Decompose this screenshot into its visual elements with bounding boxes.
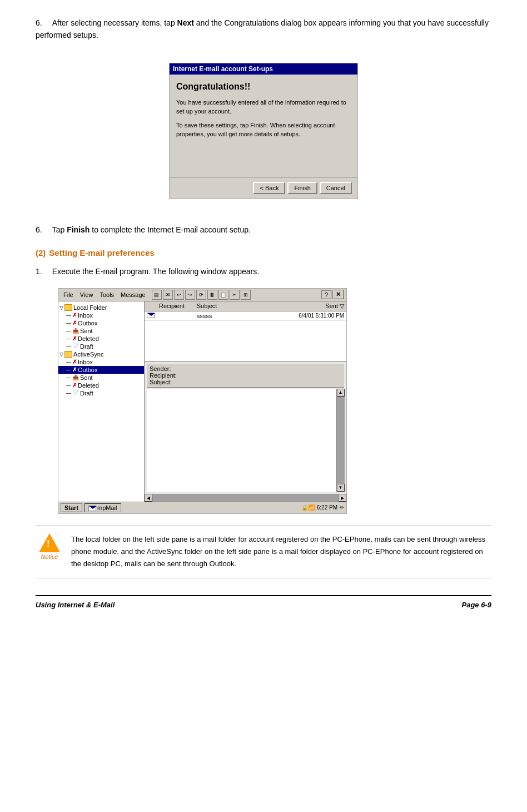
col-header-recipient: Recipient [159, 303, 197, 310]
folder-as-sent[interactable]: — 📤 Sent [58, 374, 144, 382]
step-6b: 6.Tap Finish to complete the Internet E-… [36, 224, 491, 236]
dialog-buttons: < Back Finish Cancel [170, 177, 357, 199]
email-client-screenshot: File View Tools Message ▤ ✉ ↩ ↪ ⟳ 🗑 📋 ✂ … [58, 288, 347, 514]
app-envelope-icon [88, 506, 96, 511]
finish-button[interactable]: Finish [287, 182, 317, 194]
scroll-track-h[interactable] [152, 494, 339, 502]
folder-activesync[interactable]: ▽ ActiveSync [58, 350, 144, 358]
folder-label-deleted: Deleted [78, 335, 99, 342]
menu-file[interactable]: File [61, 291, 76, 299]
toolbar-btn-5[interactable]: ⟳ [196, 290, 206, 300]
envelope-icon [147, 313, 155, 318]
menu-message[interactable]: Message [118, 291, 148, 299]
email-row-subject: sssss [197, 313, 272, 319]
app-label: mpMail [84, 503, 121, 512]
toolbar-btn-6[interactable]: 🗑 [207, 290, 217, 300]
toolbar-btn-2[interactable]: ✉ [163, 290, 173, 300]
preview-body [147, 389, 336, 492]
close-button[interactable]: ✕ [332, 290, 344, 299]
folder-outbox[interactable]: — ✗ Outbox [58, 319, 144, 327]
notice-label: Notice [36, 553, 63, 560]
toolbar-btn-4[interactable]: ↪ [185, 290, 195, 300]
scroll-up-btn[interactable]: ▲ [337, 389, 345, 397]
preview-sender-label: Sender: [150, 365, 186, 372]
cancel-button[interactable]: Cancel [320, 182, 352, 194]
scroll-down-btn[interactable]: ▼ [337, 484, 345, 492]
col-header-icon [147, 303, 159, 310]
dialog-body: Congratulations!! You have successfully … [170, 75, 357, 177]
congratulations-dialog: Internet E-mail account Set-ups Congratu… [169, 63, 358, 199]
folder-inbox[interactable]: — ✗ Inbox [58, 311, 144, 319]
email-row[interactable]: sssss 6/4/01 5:31:00 PM [145, 311, 346, 321]
email-sidebar: ▽ Local Folder — ✗ Inbox — ✗ Outbox [58, 301, 145, 502]
folder-label-outbox: Outbox [78, 320, 97, 326]
email-list-header: Recipient Subject Sent ▽ [145, 301, 346, 311]
preview-recipient-label: Recipient: [150, 372, 186, 379]
scroll-left-btn[interactable]: ◀ [145, 494, 152, 502]
step-6b-bold: Finish [67, 225, 90, 234]
folder-label-local: Local Folder [73, 304, 107, 311]
as-draft-icon: 📄 [72, 390, 79, 396]
folder-sent[interactable]: — 📤 Sent [58, 327, 144, 335]
start-button[interactable]: Start [61, 503, 82, 512]
dialog-para2: To save these settings, tap Finish. When… [176, 121, 351, 139]
toolbar-btn-7[interactable]: 📋 [218, 290, 228, 300]
preview-sender-row: Sender: [150, 365, 341, 372]
folder-local[interactable]: ▽ Local Folder [58, 304, 144, 311]
folder-label-draft: Draft [80, 343, 93, 350]
step-1: 1.Execute the E-mail program. The follow… [36, 265, 491, 278]
dialog-titlebar: Internet E-mail account Set-ups [170, 63, 357, 75]
warning-triangle-icon [39, 533, 60, 552]
folder-draft[interactable]: — 📄 Draft [58, 343, 144, 350]
toolbar-btn-9[interactable]: ⊞ [241, 290, 251, 300]
email-preview: Sender: Recipient: Subject: [145, 362, 346, 494]
deleted-icon: ✗ [72, 335, 77, 341]
folder-deleted[interactable]: — ✗ Deleted [58, 335, 144, 343]
toolbar-btn-1[interactable]: ▤ [152, 290, 162, 300]
folder-label-as-deleted: Deleted [78, 382, 99, 389]
statusbar-right: 🔒📶 6:22 PM ✏ [301, 504, 344, 511]
notice-box: Notice The local folder on the left side… [36, 525, 491, 578]
toolbar-btn-3[interactable]: ↩ [174, 290, 184, 300]
dialog-para1: You have successfully entered all of the… [176, 98, 351, 116]
as-deleted-icon: ✗ [72, 382, 77, 388]
help-button[interactable]: ? [321, 290, 331, 299]
folder-icon-local [64, 304, 72, 311]
folder-as-inbox[interactable]: — ✗ Inbox [58, 358, 144, 366]
email-row-icon [147, 313, 159, 319]
folder-as-draft[interactable]: — 📄 Draft [58, 389, 144, 397]
folder-as-deleted[interactable]: — ✗ Deleted [58, 382, 144, 389]
folder-label-sent: Sent [80, 328, 93, 334]
as-inbox-icon: ✗ [72, 359, 77, 365]
folder-label-as-outbox: Outbox [78, 367, 97, 373]
h-scrollbar[interactable]: ◀ ▶ [145, 494, 346, 502]
status-time: 6:22 PM [317, 504, 337, 511]
section-title: Setting E-mail preferences [49, 248, 154, 258]
step-6a-number: 6. [36, 18, 42, 27]
back-button[interactable]: < Back [253, 182, 285, 194]
folder-label-as-sent: Sent [80, 374, 93, 381]
status-edit-icon: ✏ [340, 504, 344, 511]
col-header-subject: Subject [197, 303, 272, 310]
page-content: 6.After selecting necessary items, tap N… [36, 17, 491, 609]
step-6a-text: After selecting necessary items, tap [52, 18, 177, 27]
menu-view[interactable]: View [77, 291, 96, 299]
toolbar-btn-8[interactable]: ✂ [230, 290, 240, 300]
folder-label-inbox: Inbox [78, 312, 93, 319]
scroll-track-v[interactable] [337, 397, 345, 484]
preview-recipient-row: Recipient: [150, 372, 341, 379]
menu-tools[interactable]: Tools [97, 291, 117, 299]
preview-vscrollbar[interactable]: ▲ ▼ [336, 389, 344, 492]
folder-as-outbox[interactable]: — ✗ Outbox [58, 366, 144, 374]
email-list: sssss 6/4/01 5:31:00 PM [145, 311, 346, 362]
step-6a: 6.After selecting necessary items, tap N… [36, 17, 491, 42]
email-statusbar: Start mpMail 🔒📶 6:22 PM ✏ [58, 502, 346, 513]
email-row-sent: 6/4/01 5:31:00 PM [272, 313, 344, 319]
folder-tree: ▽ Local Folder — ✗ Inbox — ✗ Outbox [58, 303, 144, 398]
email-main-area: ▽ Local Folder — ✗ Inbox — ✗ Outbox [58, 301, 346, 502]
footer-left: Using Internet & E-Mail [36, 601, 115, 609]
footer-right: Page 6-9 [462, 601, 491, 609]
status-icons: 🔒📶 [301, 504, 315, 511]
step-1-text: Execute the E-mail program. The followin… [52, 267, 259, 276]
scroll-right-btn[interactable]: ▶ [339, 494, 346, 502]
